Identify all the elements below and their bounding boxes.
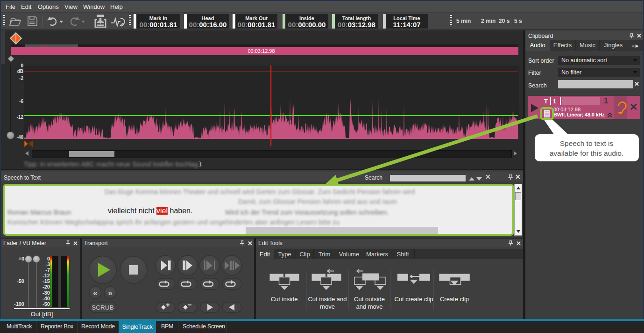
- svg-text:available for this audio.: available for this audio.: [550, 149, 624, 157]
- svg-text:Speech to text is: Speech to text is: [560, 139, 614, 147]
